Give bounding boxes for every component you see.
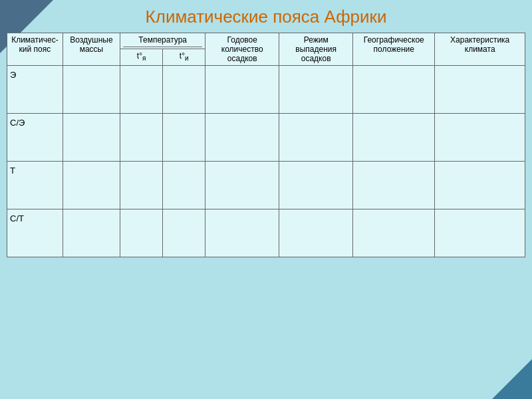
table-row: С/Э xyxy=(7,114,525,162)
row-se-col6 xyxy=(353,114,435,162)
row-t-col3a xyxy=(120,162,163,209)
row-e-col7 xyxy=(435,66,525,114)
header-temp: Температура xyxy=(120,33,205,49)
row-se-col2 xyxy=(63,114,120,162)
header-col2: Воздуш­ные массы xyxy=(63,33,120,66)
row-t-col3b xyxy=(163,162,205,209)
table-row: Т xyxy=(7,162,525,209)
header-col1: Клима­тичес­кий пояс xyxy=(7,33,63,66)
row-e-col2 xyxy=(63,66,120,114)
row-st-col7 xyxy=(435,209,525,257)
row-se-col5 xyxy=(279,114,353,162)
row-se-col3a xyxy=(120,114,163,162)
row-t-col5 xyxy=(279,162,353,209)
row-e-col4 xyxy=(205,66,279,114)
page-title: Климатические пояса Африки xyxy=(0,0,532,33)
table-wrapper: Клима­тичес­кий пояс Воздуш­ные массы Те… xyxy=(7,33,525,257)
header-col7: Характеристика климата xyxy=(435,33,525,66)
row-label-e: Э xyxy=(7,66,63,114)
row-st-col2 xyxy=(63,209,120,257)
temp-label: Температура xyxy=(123,35,202,47)
row-t-col6 xyxy=(353,162,435,209)
header-col6: Географическое положение xyxy=(353,33,435,66)
row-e-col3b xyxy=(163,66,205,114)
row-label-t: Т xyxy=(7,162,63,209)
row-st-col6 xyxy=(353,209,435,257)
row-e-col6 xyxy=(353,66,435,114)
row-st-col4 xyxy=(205,209,279,257)
table-row: Э xyxy=(7,66,525,114)
climate-table: Клима­тичес­кий пояс Воздуш­ные массы Те… xyxy=(7,33,525,257)
row-t-col2 xyxy=(63,162,120,209)
header-col4: Годовое количест­во осадков xyxy=(205,33,279,66)
row-label-se: С/Э xyxy=(7,114,63,162)
row-st-col3b xyxy=(163,209,205,257)
row-st-col3a xyxy=(120,209,163,257)
row-t-col4 xyxy=(205,162,279,209)
row-st-col5 xyxy=(279,209,353,257)
row-label-st: С/Т xyxy=(7,209,63,257)
header-col5: Режим выпадения осадков xyxy=(279,33,353,66)
row-se-col3b xyxy=(163,114,205,162)
row-se-col7 xyxy=(435,114,525,162)
header-col3b: t°и xyxy=(163,49,205,65)
row-t-col7 xyxy=(435,162,525,209)
table-row: С/Т xyxy=(7,209,525,257)
row-e-col5 xyxy=(279,66,353,114)
corner-decoration-br xyxy=(492,359,532,399)
header-col3a: t°я xyxy=(120,49,163,65)
row-e-col3a xyxy=(120,66,163,114)
row-se-col4 xyxy=(205,114,279,162)
